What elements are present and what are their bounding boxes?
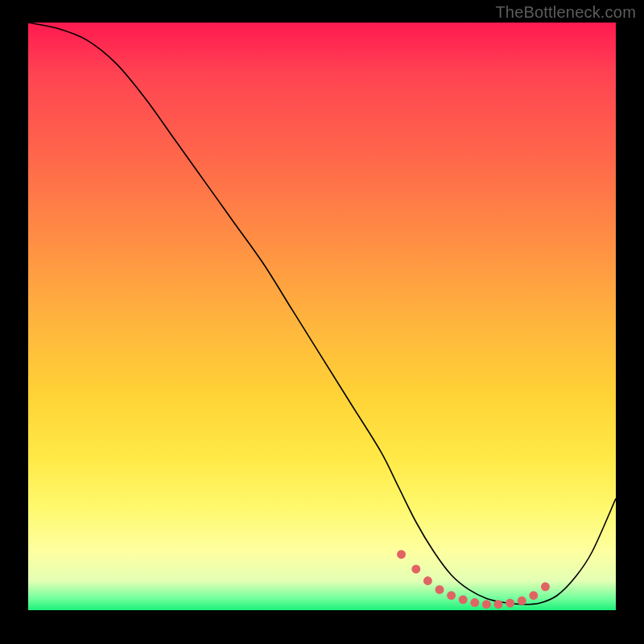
highlight-dot bbox=[411, 564, 420, 573]
highlight-dots bbox=[397, 550, 550, 609]
curve-path bbox=[28, 23, 616, 605]
highlight-dot bbox=[482, 600, 491, 609]
highlight-dot bbox=[494, 600, 503, 609]
highlight-dot bbox=[541, 582, 550, 591]
highlight-dot bbox=[518, 597, 526, 605]
highlight-dot bbox=[397, 550, 406, 559]
chart-wrapper: TheBottleneck.com bbox=[0, 0, 644, 644]
highlight-dot bbox=[470, 598, 479, 607]
plot-area bbox=[28, 23, 616, 610]
chart-svg bbox=[28, 23, 616, 610]
watermark-text: TheBottleneck.com bbox=[495, 3, 636, 22]
highlight-dot bbox=[459, 595, 468, 604]
highlight-dot bbox=[529, 591, 538, 600]
highlight-dot bbox=[506, 599, 514, 608]
highlight-dot bbox=[436, 585, 444, 594]
highlight-dot bbox=[447, 591, 456, 600]
highlight-dot bbox=[423, 576, 432, 585]
